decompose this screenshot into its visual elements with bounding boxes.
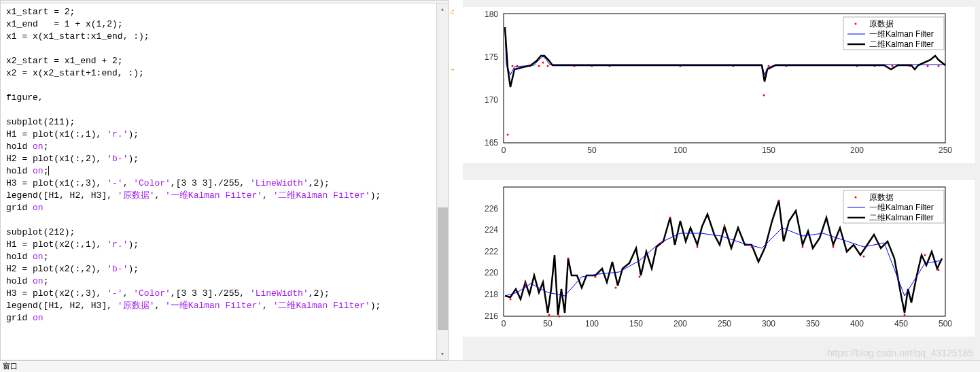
svg-point-30	[927, 65, 929, 67]
svg-text:150: 150	[762, 146, 775, 155]
svg-text:220: 220	[485, 268, 498, 277]
svg-point-63	[615, 287, 617, 289]
svg-point-17	[547, 65, 549, 67]
svg-text:一维Kalman Filter: 一维Kalman Filter	[869, 29, 934, 39]
chart2-legend[interactable]: 原数据 一维Kalman Filter 二维Kalman Filter	[843, 190, 944, 223]
chart1-raw-data	[507, 62, 940, 136]
svg-text:200: 200	[850, 146, 864, 155]
svg-text:500: 500	[939, 319, 952, 328]
scroll-down-arrow[interactable]: ▾	[437, 348, 448, 360]
svg-text:200: 200	[673, 319, 687, 328]
chart1-legend[interactable]: 原数据 一维Kalman Filter 二维Kalman Filter	[843, 17, 944, 50]
svg-text:222: 222	[485, 247, 498, 256]
svg-point-69	[751, 246, 753, 248]
svg-text:350: 350	[806, 319, 820, 328]
scroll-thumb[interactable]	[438, 207, 448, 330]
svg-text:218: 218	[485, 290, 498, 299]
svg-point-73	[863, 256, 865, 258]
svg-text:300: 300	[762, 319, 775, 328]
svg-point-78	[855, 197, 857, 199]
svg-point-60	[559, 316, 561, 318]
svg-text:150: 150	[629, 319, 643, 328]
svg-text:100: 100	[673, 146, 687, 155]
svg-text:180: 180	[485, 10, 498, 19]
svg-point-57	[510, 299, 512, 301]
svg-text:0: 0	[502, 319, 506, 328]
svg-text:216: 216	[485, 311, 498, 321]
svg-text:170: 170	[485, 95, 498, 105]
svg-point-15	[538, 65, 540, 67]
figure-pane: 165 170 175 180 0 50 100 150 200 250	[449, 0, 980, 360]
chart2-xticks: 0 50 100 150 200 250 300 350 400 450 500	[502, 319, 953, 328]
svg-text:50: 50	[587, 146, 597, 155]
svg-point-58	[525, 283, 527, 285]
svg-point-11	[507, 134, 509, 136]
code-editor-pane: x1_start = 2; x1_end = 1 + x(1,2); x1 = …	[0, 0, 449, 360]
svg-text:224: 224	[485, 225, 498, 235]
chart2-yticks: 216 218 220 222 224 226	[485, 204, 498, 321]
chart-1-svg: 165 170 175 180 0 50 100 150 200 250	[454, 7, 975, 163]
svg-point-31	[938, 65, 940, 67]
svg-point-75	[924, 254, 926, 256]
svg-text:400: 400	[850, 319, 864, 328]
svg-point-33	[855, 23, 857, 25]
status-text: 窗口	[3, 362, 18, 371]
vertical-scrollbar[interactable]: ▴ ▾	[436, 3, 448, 360]
svg-point-68	[724, 226, 726, 228]
svg-point-28	[892, 65, 894, 67]
scroll-up-arrow[interactable]: ▴	[437, 3, 448, 15]
subplot-1[interactable]: 165 170 175 180 0 50 100 150 200 250	[454, 7, 975, 163]
chart-2-svg: 216 218 220 222 224 226 0 50 100 150 200…	[454, 180, 975, 337]
svg-point-72	[833, 246, 835, 248]
svg-text:一维Kalman Filter: 一维Kalman Filter	[869, 203, 934, 212]
svg-point-62	[595, 276, 597, 278]
svg-text:165: 165	[485, 138, 498, 148]
svg-point-67	[697, 246, 699, 248]
svg-point-74	[904, 314, 906, 316]
svg-point-65	[661, 242, 663, 244]
code-editor[interactable]: x1_start = 2; x1_end = 1 + x(1,2); x1 = …	[1, 3, 448, 360]
svg-point-66	[669, 217, 671, 219]
status-bar: 窗口	[0, 360, 980, 372]
chart1-yticks: 165 170 175 180	[485, 10, 498, 148]
svg-point-61	[567, 258, 570, 260]
svg-text:原数据: 原数据	[869, 19, 894, 29]
svg-text:175: 175	[485, 52, 498, 62]
svg-text:226: 226	[485, 204, 498, 214]
svg-point-23	[763, 95, 765, 97]
svg-point-24	[768, 65, 770, 67]
svg-point-71	[802, 246, 804, 248]
svg-point-76	[938, 269, 940, 271]
main-container: x1_start = 2; x1_end = 1 + x(1,2); x1 = …	[0, 0, 980, 360]
svg-text:100: 100	[585, 319, 599, 328]
svg-text:原数据: 原数据	[869, 192, 894, 202]
svg-point-16	[542, 62, 544, 64]
svg-text:450: 450	[894, 319, 908, 328]
svg-text:250: 250	[939, 146, 952, 155]
svg-text:0: 0	[502, 146, 506, 155]
svg-point-59	[548, 314, 550, 316]
svg-point-64	[639, 276, 641, 278]
svg-text:二维Kalman Filter: 二维Kalman Filter	[869, 39, 934, 49]
svg-text:50: 50	[543, 319, 553, 328]
subplot-2[interactable]: 216 218 220 222 224 226 0 50 100 150 200…	[454, 180, 975, 337]
svg-point-70	[778, 200, 780, 202]
chart1-xticks: 0 50 100 150 200 250	[502, 146, 953, 155]
svg-text:250: 250	[718, 319, 731, 328]
svg-point-12	[512, 65, 514, 67]
svg-text:二维Kalman Filter: 二维Kalman Filter	[869, 213, 934, 222]
